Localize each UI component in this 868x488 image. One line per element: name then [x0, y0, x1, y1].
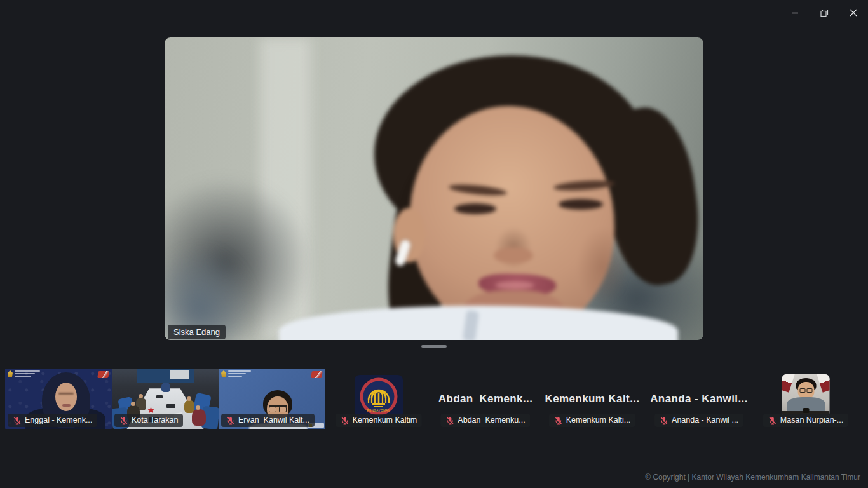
- gold-emblem-icon: [221, 370, 226, 377]
- muted-mic-icon: [119, 416, 128, 425]
- participant-tile-enggal[interactable]: Enggal - Kemenk...: [5, 369, 112, 429]
- ministry-header-logo: [221, 370, 251, 378]
- muted-mic-icon: [445, 416, 454, 425]
- muted-mic-icon: [660, 416, 668, 425]
- gold-emblem-icon: [8, 370, 13, 377]
- muted-mic-icon: [226, 416, 235, 425]
- ministry-header-logo: [8, 370, 40, 378]
- muted-mic-icon: [13, 416, 22, 425]
- participant-display-name: Abdan_Kemenk...: [432, 393, 539, 405]
- participant-name-label: Ananda - Kanwil ...: [654, 414, 743, 427]
- svg-text:PENGAYOMAN: PENGAYOMAN: [367, 409, 391, 412]
- participant-display-name: Kemenkum Kalt...: [539, 393, 646, 405]
- red-corner-logo: [97, 371, 109, 378]
- participant-name-label: Kemenkum Kalti...: [549, 414, 635, 427]
- window-titlebar: [780, 0, 868, 25]
- participant-tile-kemenkum-kaltim[interactable]: PENGAYOMAN Kemenkum Kaltim: [325, 369, 432, 429]
- filmstrip-drag-handle[interactable]: [421, 345, 447, 348]
- participant-name-label: Ervan_Kanwil Kalt...: [221, 414, 315, 427]
- participant-photo-avatar: [782, 374, 830, 417]
- glasses: [269, 405, 287, 412]
- copyright-text: © Copyright | Kantor Wilayah Kemenkumham…: [645, 473, 860, 482]
- participant-tile-ananda[interactable]: Ananda - Kanwil... Ananda - Kanwil ...: [646, 369, 752, 429]
- speaker-figure: [165, 37, 703, 340]
- speaker-name: Siska Edang: [173, 327, 220, 337]
- participant-name-label: Enggal - Kemenk...: [8, 414, 97, 427]
- minimize-button[interactable]: [780, 0, 810, 25]
- close-icon: [850, 9, 857, 17]
- participant-tile-abdan[interactable]: Abdan_Kemenk... Abdan_Kemenku...: [432, 369, 539, 429]
- red-corner-logo: [311, 371, 323, 378]
- restore-icon: [820, 9, 829, 17]
- minimize-icon: [791, 9, 799, 17]
- glasses: [800, 388, 813, 392]
- participant-tile-kemenkum-kalt[interactable]: Kemenkum Kalt... Kemenkum Kalti...: [539, 369, 646, 429]
- participant-tile-kota-tarakan[interactable]: Kota Tarakan: [112, 369, 219, 429]
- participant-name-label: Masan Nurpian-...: [763, 414, 848, 427]
- participant-tile-masan[interactable]: Masan Nurpian-...: [752, 369, 859, 429]
- participant-filmstrip: Enggal - Kemenk... Kota Tarakan: [5, 369, 859, 429]
- participant-name-label: Abdan_Kemenku...: [440, 414, 530, 427]
- muted-mic-icon: [341, 416, 349, 425]
- muted-mic-icon: [554, 416, 563, 425]
- speaker-name-label: Siska Edang: [168, 325, 226, 339]
- main-speaker-video[interactable]: Siska Edang: [165, 37, 703, 340]
- participant-display-name: Ananda - Kanwil...: [646, 393, 752, 405]
- muted-mic-icon: [768, 416, 777, 425]
- participant-name-label: Kota Tarakan: [114, 414, 183, 427]
- participant-name-label: Kemenkum Kaltim: [336, 414, 422, 427]
- close-button[interactable]: [839, 0, 868, 25]
- participant-tile-ervan[interactable]: Ervan_Kanwil Kalt...: [219, 369, 325, 429]
- restore-button[interactable]: [810, 0, 839, 25]
